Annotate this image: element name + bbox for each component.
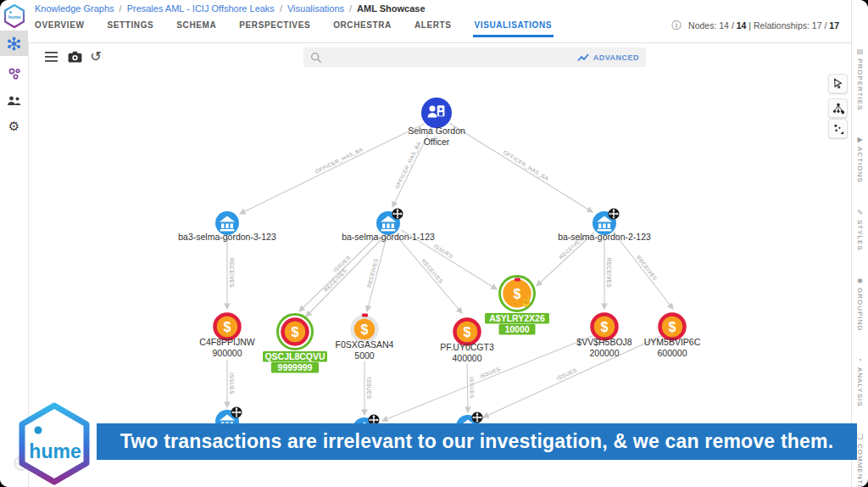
graph-node-tx[interactable]: $☝A$YLRY2X2610000 <box>485 277 549 335</box>
relationships-visible: 17 <box>812 20 822 31</box>
tab-overview[interactable]: OVERVIEW <box>35 20 85 37</box>
graph-canvas[interactable]: OFFICER_HAS_BAOFFICER_HAS_BAOFFICER_HAS_… <box>0 0 868 487</box>
node-label: Officer <box>424 137 450 147</box>
undo-button[interactable]: ↺ <box>87 47 104 65</box>
analysis-icon: ◔ <box>858 356 862 364</box>
scatter-layout-button[interactable] <box>828 119 848 138</box>
breadcrumb-link[interactable]: Visualisations <box>287 3 344 14</box>
graph-node-tx[interactable]: $QSCJL8CQVU9999999 <box>263 315 327 373</box>
node-label: 5000 <box>354 350 375 361</box>
advanced-search-toggle[interactable]: ADVANCED <box>577 53 639 62</box>
svg-text:hume: hume <box>8 14 21 20</box>
sidebar-item-settings[interactable]: ⚙ <box>0 114 28 139</box>
officer-icon <box>428 105 445 117</box>
graph-node-officer[interactable]: Selma GordonOfficer <box>408 98 465 147</box>
people-icon <box>7 95 21 107</box>
graph-node-bank[interactable]: ba-selma-gordon-1-123 <box>342 209 435 243</box>
graph-node-tx[interactable]: $UYM5BVIP6C600000 <box>644 315 701 359</box>
node-label: 900000 <box>212 348 242 358</box>
edge-label: RECEIVES <box>229 258 235 288</box>
advanced-chart-icon <box>577 53 589 62</box>
breadcrumb-link[interactable]: Knowledge Graphs <box>35 3 114 14</box>
rail-item-grouping[interactable]: ◉GROUPING <box>856 277 864 332</box>
graph-node-bank[interactable]: ba3-selma-gordon-3-123 <box>178 211 276 242</box>
comments-icon: ❏ <box>857 433 863 440</box>
graph-node-tx[interactable]: $PF.UY0CGT3400000 <box>440 320 494 364</box>
flag-icon <box>362 314 368 317</box>
rail-item-properties[interactable]: ▤PROPERTIES <box>856 48 864 110</box>
tab-orchestra[interactable]: ORCHESTRA <box>333 20 392 37</box>
edge-label: ISSUES <box>332 254 352 273</box>
graph-node-tx[interactable]: $F0SXGASAN45000 <box>336 314 394 361</box>
tab-settings[interactable]: SETTINGS <box>108 20 154 37</box>
tab-perspectives[interactable]: PERSPECTIVES <box>239 20 310 37</box>
sidebar-item-orchestra[interactable] <box>0 61 28 87</box>
camera-icon <box>68 51 82 63</box>
rail-item-comments[interactable]: ❏COMMENTS <box>856 433 864 487</box>
hume-logo-icon[interactable]: hume <box>3 3 26 29</box>
undo-icon: ↺ <box>90 48 101 64</box>
tab-visualisations[interactable]: VISUALISATIONS <box>475 20 553 37</box>
flag-icon <box>515 278 520 282</box>
tab-schema[interactable]: SCHEMA <box>176 20 216 37</box>
graph-node-bank[interactable]: ba-selma-gordon-2-123 <box>558 209 651 243</box>
actions-icon: ▶ <box>857 136 862 143</box>
dollar-icon: $ <box>224 320 231 334</box>
search-input[interactable] <box>327 52 577 64</box>
edge-label: RECEIVES <box>636 255 659 282</box>
graph-edge <box>240 124 424 214</box>
network-icon <box>7 36 21 51</box>
sidebar-item-visualisation[interactable] <box>0 31 28 56</box>
edge-label: ISSUES <box>479 366 501 379</box>
graph-edge <box>467 363 468 412</box>
edge-label: OFFICER_HAS_BA <box>502 149 550 183</box>
rail-item-actions[interactable]: ▶ACTIONS <box>856 136 864 183</box>
nodes-label: Nodes: <box>688 20 716 31</box>
graph-node-tx[interactable]: $C4F8PPIJNW900000 <box>199 315 254 359</box>
rail-item-analysis[interactable]: ◔ANALYSIS <box>856 356 864 407</box>
caption-text: Two transactions are irrelevant to our i… <box>120 430 834 453</box>
graph-edge <box>299 235 378 311</box>
node-label: 400000 <box>452 353 481 363</box>
clusters-icon <box>8 67 21 81</box>
graph-edge <box>396 235 462 313</box>
breadcrumb-current: AML Showcase <box>357 3 426 14</box>
edge-label: RECEIVES <box>365 258 379 288</box>
edge-label: RECEIVES <box>420 258 444 284</box>
node-label: ba-selma-gordon-1-123 <box>342 232 435 242</box>
tab-alerts[interactable]: ALERTS <box>415 20 452 37</box>
header: Knowledge Graphs/Presales AML - ICIJ Off… <box>28 0 851 43</box>
edge-label: OFFICER_HAS_BA <box>314 146 364 175</box>
relationships-total: 17 <box>829 20 839 31</box>
node-label: F0SXGASAN4 <box>336 339 394 350</box>
screenshot-button[interactable] <box>66 48 83 65</box>
nodes-total: 14 <box>737 20 747 31</box>
graph-edges: OFFICER_HAS_BAOFFICER_HAS_BAOFFICER_HAS_… <box>227 123 673 421</box>
tab-bar: OVERVIEWSETTINGSSCHEMAPERSPECTIVESORCHES… <box>35 20 552 37</box>
bank-icon <box>381 216 396 232</box>
graph-edge <box>401 230 497 289</box>
pin-icon <box>472 412 483 423</box>
hierarchy-layout-button[interactable] <box>828 98 848 118</box>
advanced-label: ADVANCED <box>593 53 639 62</box>
rail-item-styles[interactable]: ✎STYLES <box>856 209 864 251</box>
hume-logo: › hume <box>12 402 97 487</box>
edge-label: RECEIVES <box>606 258 612 288</box>
hamburger-icon <box>45 52 58 62</box>
graph-edge <box>306 238 383 316</box>
graph-edge <box>392 127 431 207</box>
dollar-icon: $ <box>601 320 609 334</box>
sidebar-item-users[interactable] <box>0 88 28 114</box>
graph-edge <box>614 232 673 309</box>
breadcrumb-link[interactable]: Presales AML - ICIJ Offshore Leaks <box>127 3 275 14</box>
pointer-tool-button[interactable] <box>828 74 848 93</box>
node-label: Selma Gordon <box>408 126 465 136</box>
edge-label: ISSUES <box>433 243 454 259</box>
graph-node-tx[interactable]: $$VV$H5BOJ8200000 <box>576 315 632 359</box>
bank-icon <box>220 216 235 232</box>
menu-button[interactable] <box>42 48 59 65</box>
scatter-icon <box>832 123 843 134</box>
graph-edge <box>367 237 387 311</box>
graph-stats: ⓘ Nodes: 14 / 14 | Relationships: 17 / 1… <box>671 19 839 33</box>
hand-cursor-icon: ☝ <box>520 294 534 308</box>
